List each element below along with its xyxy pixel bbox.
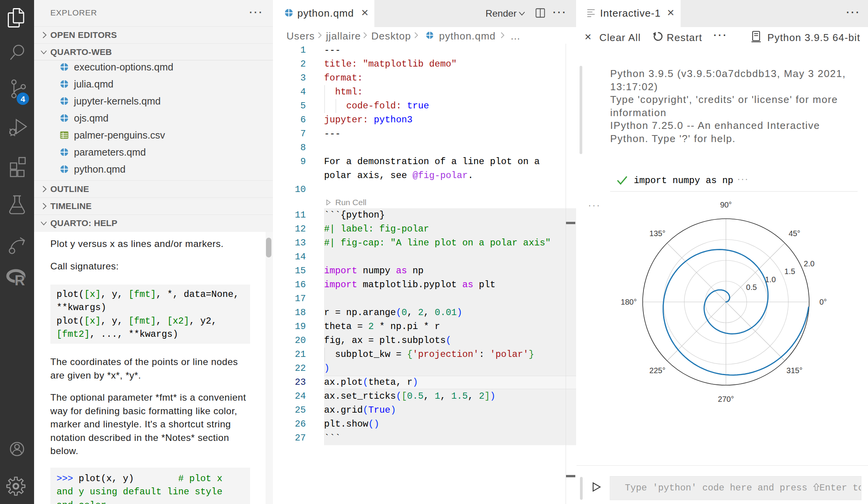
svg-text:90°: 90° <box>720 201 732 209</box>
svg-text:45°: 45° <box>789 229 800 238</box>
svg-text:315°: 315° <box>786 366 802 375</box>
svg-text:1.0: 1.0 <box>765 275 776 284</box>
svg-text:1.5: 1.5 <box>784 267 795 276</box>
svg-text:270°: 270° <box>718 395 734 403</box>
svg-text:R: R <box>15 273 25 288</box>
svg-text:225°: 225° <box>649 366 665 375</box>
svg-text:4: 4 <box>21 94 25 103</box>
svg-text:135°: 135° <box>649 229 665 238</box>
svg-text:0.5: 0.5 <box>746 283 757 291</box>
svg-text:2.0: 2.0 <box>804 259 815 268</box>
svg-text:0°: 0° <box>819 298 827 306</box>
svg-text:180°: 180° <box>621 298 636 306</box>
